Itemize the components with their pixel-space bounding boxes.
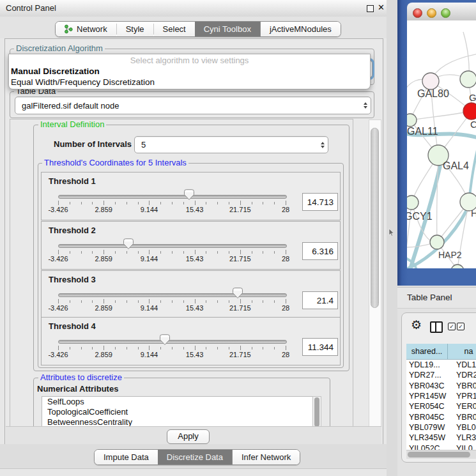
numerical-attributes-label: Numerical Attributes <box>37 384 118 394</box>
control-panel-window: Control Panel ✕ Network Style Select <box>0 0 387 476</box>
network-node[interactable] <box>430 235 444 249</box>
scrollbar-thumb[interactable] <box>371 128 379 308</box>
threshold-value-field[interactable]: 14.713 <box>302 193 338 211</box>
interval-definition-title: Interval Definition <box>38 120 106 128</box>
bottom-tab-bar: Impute Data Discretize Data Infer Networ… <box>94 449 300 465</box>
threshold-label: Threshold 3 <box>49 275 96 284</box>
slider-track[interactable] <box>58 195 287 199</box>
table-row[interactable]: YDR27...YDR2 <box>406 370 476 380</box>
cyni-toolbox-panel: Discretization Algorithm Select algorith… <box>4 38 383 445</box>
slider-thumb[interactable] <box>233 288 243 299</box>
table-settings-gear-icon[interactable]: ⚙ <box>411 319 422 332</box>
split-columns-icon[interactable] <box>430 321 443 333</box>
settings-scrollbar[interactable] <box>369 119 381 428</box>
table-row[interactable]: YLR345WYLR3 <box>406 433 476 443</box>
column-header-name[interactable]: na <box>448 344 476 359</box>
combo-arrows-icon <box>318 142 328 148</box>
desktop: { "colors":{"focus_ring_blue":"#5E9ED6",… <box>0 0 476 476</box>
numerical-attributes-list[interactable]: SelfLoopsTopologicalCoefficientBetweenne… <box>42 396 314 429</box>
threshold-panel: Threshold 4 -3.4262.8599.14415.4321.7152… <box>41 317 341 365</box>
tab-style[interactable]: Style <box>117 22 153 36</box>
tick-label: 28 <box>282 304 289 312</box>
slider-thumb[interactable] <box>160 334 170 346</box>
tick-label: 28 <box>282 206 289 213</box>
table-row[interactable]: YBR045CYBR0 <box>406 411 476 422</box>
table-row[interactable]: YDL19...YDL1 <box>406 360 476 370</box>
dropdown-option-equal-width[interactable]: Equal Width/Frequency Discretization <box>11 77 155 87</box>
minimize-traffic-light-icon[interactable] <box>427 8 436 18</box>
tab-impute-data[interactable]: Impute Data <box>95 450 158 464</box>
attributes-list-scrollbar[interactable] <box>312 396 321 429</box>
network-node[interactable] <box>407 196 418 210</box>
tick-label: -3.426 <box>48 206 68 213</box>
table-row[interactable]: YBL079WYBL0 <box>406 422 476 433</box>
slider-track[interactable] <box>58 293 287 297</box>
slider-thumb[interactable] <box>184 189 194 201</box>
network-node[interactable] <box>451 265 464 268</box>
node-table[interactable]: shared... na YDL19...YDL1YDR27...YDR2YBR… <box>406 344 476 450</box>
tab-select[interactable]: Select <box>154 22 195 36</box>
close-traffic-light-icon[interactable] <box>413 8 422 18</box>
tick-label: 9.144 <box>141 206 158 213</box>
tick-label: 28 <box>282 255 289 263</box>
float-window-icon[interactable] <box>367 5 374 12</box>
network-node-label: C <box>470 119 476 130</box>
threshold-panel: Threshold 3 -3.4262.8599.14415.4321.7152… <box>41 270 341 319</box>
network-node-label: GA <box>469 92 476 103</box>
network-icon <box>65 24 73 34</box>
attribute-list-item[interactable]: TopologicalCoefficient <box>42 407 313 417</box>
attribute-list-item[interactable]: SelfLoops <box>42 397 313 407</box>
threshold-value-field[interactable]: 21.4 <box>302 291 338 309</box>
table-row[interactable]: YPR145WYPR1 <box>406 391 476 401</box>
table-header-row: shared... na <box>406 344 476 360</box>
tab-discretize-data[interactable]: Discretize Data <box>158 450 232 464</box>
slider-thumb[interactable] <box>123 238 134 250</box>
threshold-value-field[interactable]: 6.316 <box>302 242 338 260</box>
network-node-label: H <box>471 208 476 219</box>
network-node[interactable] <box>407 114 417 127</box>
network-node-label: GCY1 <box>407 211 433 222</box>
control-panel-titlebar: Control Panel ✕ <box>0 0 387 17</box>
num-intervals-label: Number of Intervals <box>54 139 132 149</box>
table-row[interactable]: YER054CYER0 <box>406 401 476 411</box>
network-node[interactable] <box>463 103 476 119</box>
network-window-titlebar <box>407 3 476 21</box>
network-node[interactable] <box>422 73 439 89</box>
tab-network[interactable]: Network <box>56 22 116 36</box>
network-node[interactable] <box>460 71 476 88</box>
window-title: Control Panel <box>6 3 56 13</box>
network-node-label: GAL80 <box>417 88 449 99</box>
tab-infer-network[interactable]: Infer Network <box>232 450 300 464</box>
column-header-shared-name[interactable]: shared... <box>406 344 448 359</box>
network-node-label: GAL11 <box>407 126 438 137</box>
slider-track[interactable] <box>58 244 287 248</box>
tick-label: 15.43 <box>186 255 204 263</box>
network-canvas[interactable]: GAL80GACGAL11GAL4GCY1HHAP2 <box>407 20 476 268</box>
checkbox-checked-icon[interactable]: ✓ <box>448 323 456 330</box>
table-panel-title: Table Panel <box>407 293 452 302</box>
tab-cyni-toolbox[interactable]: Cyni Toolbox <box>195 22 260 36</box>
num-intervals-combobox[interactable]: 5 <box>134 136 328 153</box>
slider-track[interactable] <box>58 340 287 344</box>
table-horizontal-scrollbar[interactable] <box>406 450 476 459</box>
mouse-cursor <box>388 229 395 237</box>
threshold-label: Threshold 1 <box>49 176 96 186</box>
scrollbar-thumb[interactable] <box>408 452 470 457</box>
tick-label: 2.859 <box>95 206 112 213</box>
scrollbar-thumb[interactable] <box>314 397 319 427</box>
tick-label: 15.43 <box>186 351 204 358</box>
apply-button[interactable]: Apply <box>167 429 210 444</box>
tick-label: 9.144 <box>141 304 158 312</box>
table-row[interactable]: YIL052CYIL0 <box>406 443 476 450</box>
table-row[interactable]: YBR043CYBR0 <box>406 381 476 391</box>
dropdown-option-manual[interactable]: Manual Discretization <box>11 66 100 76</box>
zoom-traffic-light-icon[interactable] <box>441 8 450 18</box>
tab-jactivemnodules[interactable]: jActiveMNodules <box>260 22 341 36</box>
table-data-combobox[interactable]: galFiltered.sif default node <box>15 96 371 114</box>
tick-label: -3.426 <box>48 351 68 358</box>
threshold-value-field[interactable]: 11.344 <box>302 338 338 356</box>
checkbox-checked-icon[interactable]: ✓ <box>457 323 464 330</box>
tick-label: -3.426 <box>48 304 68 312</box>
threshold-label: Threshold 4 <box>49 321 96 331</box>
close-icon[interactable]: ✕ <box>378 3 385 12</box>
